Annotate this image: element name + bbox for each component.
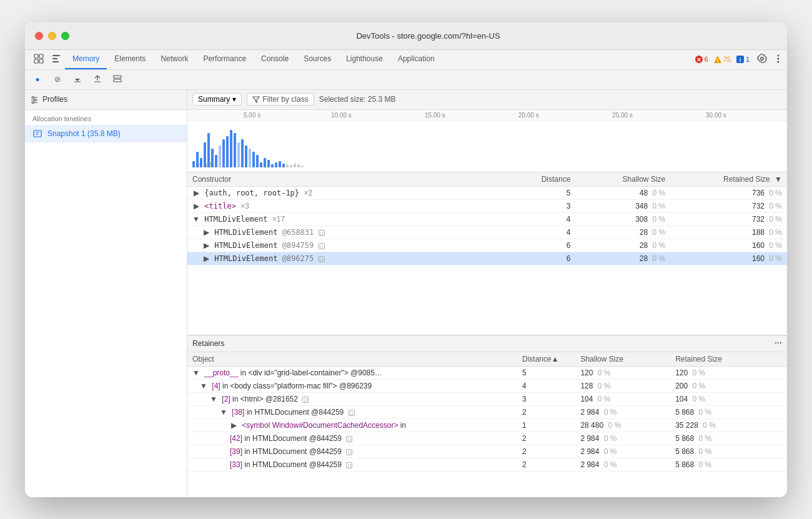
link-icon[interactable]: □ bbox=[319, 230, 325, 236]
summary-dropdown[interactable]: Summary ▾ bbox=[192, 93, 242, 106]
list-item[interactable]: ▶ <symbol Window#DocumentCachedAccessor>… bbox=[187, 418, 787, 432]
col-constructor[interactable]: Constructor bbox=[187, 172, 517, 187]
filter-button[interactable]: Filter by class bbox=[247, 93, 314, 106]
retainer-object: [42] in HTMLDocument @844259 □ bbox=[187, 432, 517, 445]
info-badge[interactable]: i 1 bbox=[736, 55, 750, 64]
bar bbox=[207, 133, 210, 167]
table-row[interactable]: ▶ HTMLDivElement @894759 □ 6 28 0 % 160 … bbox=[187, 239, 787, 252]
col-distance[interactable]: Distance bbox=[517, 172, 575, 187]
table-row[interactable]: ▶ {auth, root, root-1p} ×2 5 48 0 % 736 … bbox=[187, 186, 787, 199]
selected-size: Selected size: 25.3 MB bbox=[319, 95, 396, 104]
table-row[interactable]: ▶ HTMLDivElement @658831 □ 4 28 0 % 188 … bbox=[187, 225, 787, 239]
list-item[interactable]: [39] in HTMLDocument @844259 □ 2 2 984 0… bbox=[187, 445, 787, 458]
svg-point-28 bbox=[778, 342, 779, 343]
expand-icon[interactable]: ▶ bbox=[202, 229, 210, 236]
list-item[interactable]: ▼ [4] in <body class="platform-mac fill"… bbox=[187, 379, 787, 392]
link-icon[interactable]: □ bbox=[346, 436, 352, 442]
table-row-selected[interactable]: ▶ HTMLDivElement @896275 □ 6 28 0 % 160 … bbox=[187, 252, 787, 265]
col-shallow-size[interactable]: Shallow Size bbox=[575, 352, 670, 367]
svg-rect-17 bbox=[114, 79, 121, 82]
link-icon[interactable]: □ bbox=[346, 462, 352, 468]
bar bbox=[264, 158, 266, 167]
bar bbox=[271, 164, 274, 167]
save-button[interactable] bbox=[90, 72, 105, 87]
tab-memory[interactable]: Memory bbox=[65, 50, 107, 69]
link-icon[interactable]: □ bbox=[319, 256, 325, 262]
retainers-menu-icon[interactable] bbox=[775, 339, 782, 348]
tab-sources[interactable]: Sources bbox=[296, 50, 339, 69]
svg-point-23 bbox=[32, 102, 34, 104]
retainers-table: Object Distance▲ Shallow Size Retained S… bbox=[187, 352, 787, 472]
heap-table-body: ▶ {auth, root, root-1p} ×2 5 48 0 % 736 … bbox=[187, 186, 787, 265]
expand-icon[interactable]: ▼ bbox=[220, 408, 227, 416]
retainers-table-container: Object Distance▲ Shallow Size Retained S… bbox=[187, 352, 787, 497]
svg-rect-5 bbox=[52, 58, 57, 59]
col-object[interactable]: Object bbox=[187, 352, 517, 367]
minimize-button[interactable] bbox=[48, 32, 56, 40]
tab-inspector[interactable] bbox=[47, 50, 65, 69]
expand-icon[interactable]: ▶ bbox=[202, 255, 210, 262]
link-icon[interactable]: □ bbox=[302, 397, 309, 403]
tab-cursor[interactable] bbox=[30, 50, 47, 69]
expand-icon[interactable]: ▼ bbox=[192, 215, 200, 223]
col-retained-size[interactable]: Retained Size bbox=[670, 352, 787, 367]
heap-table: Constructor Distance Shallow Size Retain… bbox=[187, 172, 787, 265]
row-constructor: ▼ HTMLDivElement ×17 bbox=[187, 212, 517, 225]
record-button[interactable]: ● bbox=[30, 72, 45, 87]
tab-network[interactable]: Network bbox=[153, 50, 196, 69]
heap-button[interactable] bbox=[110, 72, 125, 87]
link-icon[interactable]: □ bbox=[319, 243, 325, 249]
row-tag: ×3 bbox=[240, 202, 249, 210]
table-row[interactable]: ▼ HTMLDivElement ×17 4 308 0 % 732 0 % bbox=[187, 212, 787, 225]
list-item[interactable]: ▼ [38] in HTMLDocument @844259 □ 2 2 984… bbox=[187, 405, 787, 418]
retainer-object: [39] in HTMLDocument @844259 □ bbox=[187, 445, 517, 458]
tab-performance[interactable]: Performance bbox=[196, 50, 254, 69]
row-retained: 732 0 % bbox=[670, 212, 787, 225]
list-item[interactable]: ▼ [2] in <html> @281652 □ 3 104 0 % 104 … bbox=[187, 392, 787, 405]
col-shallow[interactable]: Shallow Size bbox=[575, 172, 670, 187]
col-distance-asc[interactable]: Distance▲ bbox=[517, 352, 575, 367]
expand-icon[interactable]: ▶ bbox=[192, 202, 200, 210]
col-retained[interactable]: Retained Size ▼ bbox=[670, 172, 787, 187]
tab-bar: Memory Elements Network Performance Cons… bbox=[25, 50, 787, 70]
svg-point-27 bbox=[775, 342, 776, 343]
expand-icon[interactable]: ▼ bbox=[200, 382, 207, 390]
timeline-area[interactable]: 5.00 s 10.00 s 15.00 s 20.00 s 25.00 s 3… bbox=[187, 110, 787, 172]
snapshot-item[interactable]: Snapshot 1 (35.8 MB) bbox=[25, 125, 187, 142]
bar bbox=[279, 161, 281, 167]
expand-icon[interactable]: ▶ bbox=[230, 422, 237, 429]
memory-toolbar: ● ⊘ bbox=[25, 70, 787, 90]
expand-icon[interactable]: ▼ bbox=[192, 369, 200, 377]
more-tools-button[interactable] bbox=[775, 54, 782, 65]
expand-icon[interactable]: ▼ bbox=[210, 395, 217, 403]
heap-table-header: Constructor Distance Shallow Size Retain… bbox=[187, 172, 787, 187]
list-item[interactable]: [42] in HTMLDocument @844259 □ 2 2 984 0… bbox=[187, 432, 787, 445]
expand-icon[interactable]: ▶ bbox=[192, 189, 200, 197]
traffic-lights bbox=[35, 32, 69, 40]
expand-icon[interactable]: ▶ bbox=[202, 242, 210, 249]
clear-button[interactable]: ⊘ bbox=[50, 72, 65, 87]
row-retained: 732 0 % bbox=[670, 199, 787, 212]
main-layout: Profiles Allocation timelines Snapshot 1… bbox=[25, 90, 787, 497]
list-item[interactable]: [33] in HTMLDocument @844259 □ 2 2 984 0… bbox=[187, 458, 787, 471]
list-item[interactable]: ▼ __proto__ in <div id="grid-label-conta… bbox=[187, 366, 787, 379]
svg-point-15 bbox=[778, 61, 780, 63]
tab-application[interactable]: Application bbox=[390, 50, 442, 69]
ret-shallow: 128 0 % bbox=[575, 379, 670, 392]
table-row[interactable]: ▶ <title> ×3 3 348 0 % 732 0 % bbox=[187, 199, 787, 212]
svg-rect-4 bbox=[52, 55, 60, 56]
close-button[interactable] bbox=[35, 32, 43, 40]
tab-console[interactable]: Console bbox=[254, 50, 296, 69]
link-icon[interactable]: □ bbox=[349, 410, 355, 416]
warning-badge[interactable]: ! 75 bbox=[713, 55, 731, 64]
ruler-5s: 5.00 s bbox=[244, 112, 260, 119]
snapshot-icon bbox=[32, 129, 42, 139]
maximize-button[interactable] bbox=[61, 32, 69, 40]
error-badge[interactable]: ✕ 6 bbox=[695, 55, 708, 64]
ret-distance: 2 bbox=[517, 405, 575, 418]
link-icon[interactable]: □ bbox=[346, 449, 352, 455]
load-button[interactable] bbox=[70, 72, 85, 87]
settings-button[interactable] bbox=[755, 54, 770, 65]
tab-lighthouse[interactable]: Lighthouse bbox=[339, 50, 390, 69]
tab-elements[interactable]: Elements bbox=[107, 50, 153, 69]
